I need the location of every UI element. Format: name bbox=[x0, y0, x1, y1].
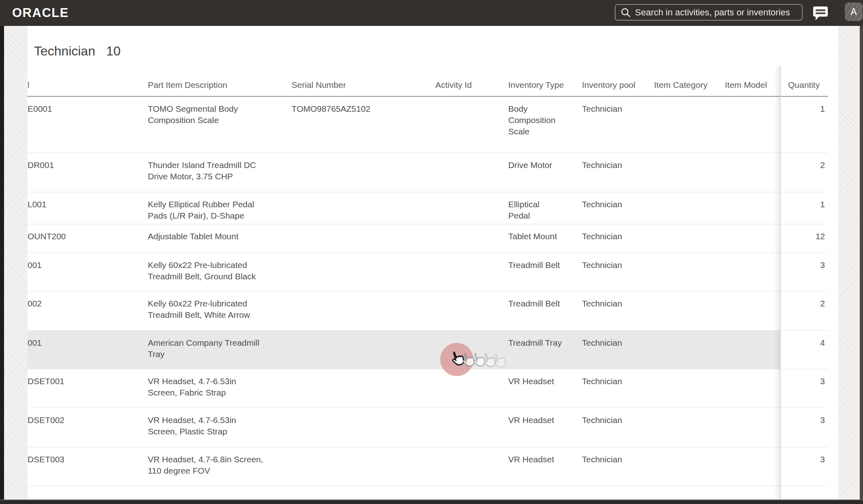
cell-part-item-id: DSET002 bbox=[28, 408, 148, 447]
cell-inventory-type: VR Headset bbox=[508, 447, 582, 486]
cell-description: VR Headset, 4.7-6.8in Screen, 110 degree… bbox=[148, 447, 292, 486]
cell-description: TOMO Segmental Body Composition Scale bbox=[148, 96, 292, 153]
table-row[interactable]: DSET001 VR Headset, 4.7-6.53in Screen, F… bbox=[28, 369, 828, 408]
cell-inventory-pool: Technician bbox=[582, 153, 654, 192]
cell-inventory-pool: Technician bbox=[582, 96, 654, 153]
cell-serial-number: TOMO98765AZ5102 bbox=[292, 96, 435, 153]
cell-part-item-id: 001 bbox=[28, 253, 148, 291]
cell-description: Kelly 60x22 Pre-lubricated Treadmill Bel… bbox=[148, 253, 292, 291]
cell-description: Kelly Elliptical Rubber Pedal Pads (L/R … bbox=[148, 192, 292, 224]
cell-part-item-id: E0001 bbox=[28, 96, 148, 153]
table-row[interactable]: 001 American Company Treadmill Tray Trea… bbox=[28, 330, 828, 369]
cell-serial-number bbox=[292, 408, 435, 447]
cell-item-model bbox=[725, 447, 780, 486]
header-activity-id: Activity Id bbox=[435, 69, 508, 96]
search-input[interactable] bbox=[635, 7, 796, 18]
cell-part-item-id: DR001 bbox=[28, 153, 148, 192]
cell-item-model bbox=[725, 330, 780, 369]
messages-button[interactable] bbox=[812, 4, 829, 22]
user-avatar[interactable]: A bbox=[845, 2, 863, 21]
table-row[interactable]: OUNT200 Adjustable Tablet Mount Tablet M… bbox=[28, 224, 828, 253]
right-edge-strip bbox=[860, 26, 863, 504]
cell-activity-id bbox=[435, 408, 508, 447]
table-row[interactable]: DSET002 VR Headset, 4.7-6.53in Screen, P… bbox=[28, 408, 828, 447]
cell-quantity: 1 bbox=[780, 192, 828, 224]
cell-quantity: 3 bbox=[780, 369, 828, 408]
header-inventory-type: Inventory Type bbox=[508, 69, 582, 96]
table-row[interactable]: 002 Kelly 60x22 Pre-lubricated Treadmill… bbox=[28, 291, 828, 330]
top-bar: ORACLE A bbox=[0, 0, 863, 26]
cell-part-item-id: L001 bbox=[28, 192, 148, 224]
cell-quantity: 3 bbox=[780, 253, 828, 291]
cell-inventory-type: VR Headset bbox=[508, 369, 582, 408]
cell-serial-number bbox=[292, 153, 435, 192]
cell-activity-id bbox=[435, 369, 508, 408]
cell-quantity: 12 bbox=[780, 224, 828, 253]
cell-activity-id bbox=[435, 291, 508, 330]
table-header-row: l Part Item Description Serial Number Ac… bbox=[28, 69, 828, 96]
table-row[interactable]: DSET003 VR Headset, 4.7-6.8in Screen, 11… bbox=[28, 447, 828, 486]
cell-quantity: 4 bbox=[780, 330, 828, 369]
cell-inventory-type: Drive Motor bbox=[508, 153, 582, 192]
cell-inventory-pool: Technician bbox=[582, 291, 654, 330]
cell-activity-id bbox=[435, 96, 508, 153]
cell-part-item-id: 001 bbox=[28, 330, 148, 369]
cell-item-model bbox=[725, 408, 780, 447]
cell-item-category bbox=[654, 192, 725, 224]
cell-part-item-id: DSET003 bbox=[28, 447, 148, 486]
cell-serial-number bbox=[292, 447, 435, 486]
cell-item-model bbox=[725, 291, 780, 330]
cell-item-category bbox=[654, 408, 725, 447]
pool-title: Technician bbox=[34, 44, 95, 58]
table-row[interactable]: E0001 TOMO Segmental Body Composition Sc… bbox=[28, 96, 828, 153]
cell-inventory-pool: Technician bbox=[582, 224, 654, 253]
cell-serial-number bbox=[292, 330, 435, 369]
oracle-logo: ORACLE bbox=[12, 6, 69, 20]
left-edge-strip bbox=[0, 26, 4, 504]
cell-inventory-type: Tablet Mount bbox=[508, 224, 582, 253]
table-row[interactable]: 001 Kelly 60x22 Pre-lubricated Treadmill… bbox=[28, 253, 828, 291]
cell-description: VR Headset, 4.7-6.53in Screen, Plastic S… bbox=[148, 408, 292, 447]
cell-item-model bbox=[725, 224, 780, 253]
header-quantity: Quantity bbox=[780, 69, 828, 96]
chat-bubble-icon bbox=[812, 4, 829, 22]
cell-quantity: 2 bbox=[780, 153, 828, 192]
cell-quantity: 3 bbox=[780, 408, 828, 447]
inventory-table-body: E0001 TOMO Segmental Body Composition Sc… bbox=[28, 96, 828, 486]
cell-activity-id bbox=[435, 224, 508, 253]
cell-inventory-type: Treadmill Belt bbox=[508, 253, 582, 291]
cell-item-category bbox=[654, 369, 725, 408]
header-item-model: Item Model bbox=[725, 69, 780, 96]
cell-serial-number bbox=[292, 192, 435, 224]
cell-item-category bbox=[654, 447, 725, 486]
search-icon bbox=[620, 7, 631, 18]
global-search[interactable] bbox=[615, 4, 803, 21]
cell-item-model bbox=[725, 253, 780, 291]
table-row[interactable]: DR001 Thunder Island Treadmill DC Drive … bbox=[28, 153, 828, 192]
cell-part-item-id: OUNT200 bbox=[28, 224, 148, 253]
cell-inventory-pool: Technician bbox=[582, 192, 654, 224]
header-serial-number: Serial Number bbox=[292, 69, 435, 96]
cell-inventory-type: VR Headset bbox=[508, 408, 582, 447]
cell-inventory-pool: Technician bbox=[582, 253, 654, 291]
header-part-item-id: l bbox=[28, 69, 148, 96]
cell-serial-number bbox=[292, 224, 435, 253]
cell-inventory-pool: Technician bbox=[582, 330, 654, 369]
cell-description: Adjustable Tablet Mount bbox=[148, 224, 292, 253]
cell-serial-number bbox=[292, 291, 435, 330]
cell-inventory-pool: Technician bbox=[582, 408, 654, 447]
inventory-panel: Technician10 l Part Item Description Ser… bbox=[28, 26, 838, 500]
cell-description: VR Headset, 4.7-6.53in Screen, Fabric St… bbox=[148, 369, 292, 408]
table-row[interactable]: L001 Kelly Elliptical Rubber Pedal Pads … bbox=[28, 192, 828, 224]
page-title: Technician10 bbox=[34, 44, 121, 59]
cell-item-category bbox=[654, 96, 725, 153]
cell-activity-id bbox=[435, 253, 508, 291]
inventory-table: l Part Item Description Serial Number Ac… bbox=[28, 69, 828, 486]
cell-part-item-id: DSET001 bbox=[28, 369, 148, 408]
cell-inventory-type: Elliptical Pedal bbox=[508, 192, 582, 224]
cell-inventory-pool: Technician bbox=[582, 447, 654, 486]
cell-item-category bbox=[654, 224, 725, 253]
cell-quantity: 1 bbox=[780, 96, 828, 153]
cell-item-category bbox=[654, 253, 725, 291]
cell-item-category bbox=[654, 291, 725, 330]
